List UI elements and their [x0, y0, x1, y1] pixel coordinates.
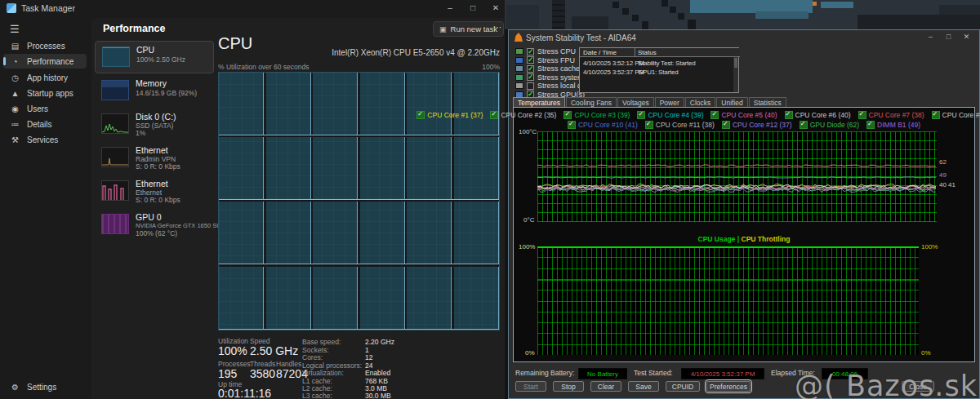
legend-item[interactable]: CPU Core #3 (39): [564, 111, 630, 119]
perf-item-memory[interactable]: Memory 14.6/15.9 GB (92%): [95, 75, 212, 106]
sidebar-item-startup-apps[interactable]: ▲Startup apps: [3, 86, 87, 100]
sidebar-item-app-history[interactable]: ◷App history: [3, 70, 87, 85]
save-button[interactable]: Save: [628, 381, 659, 392]
legend-label: CPU Core #12 (37): [733, 121, 792, 129]
minimize-button[interactable]: –: [439, 0, 461, 16]
legend-label: CPU Core #4 (39): [648, 111, 703, 119]
sidebar-item-performance[interactable]: ◔Performance: [3, 54, 87, 69]
tab-voltages[interactable]: Voltages: [617, 97, 654, 107]
legend-label: CPU Core #10 (41): [578, 121, 638, 129]
cpu-mini-graph: [102, 47, 130, 67]
clear-button[interactable]: Clear: [590, 381, 621, 392]
tab-cooling-fans[interactable]: Cooling Fans: [566, 97, 617, 107]
legend-checkbox[interactable]: [416, 111, 425, 119]
log-header-datetime[interactable]: Date / Time: [580, 48, 635, 57]
temp-axis-max: 100°C: [519, 128, 537, 135]
sidebar-item-details[interactable]: ≔Details: [3, 117, 87, 131]
cpu-chip-name: Intel(R) Xeon(R) CPU E5-2650 v4 @ 2.20GH…: [218, 48, 500, 57]
minecraft-background: [505, 0, 980, 29]
temp-value-label: 40 41: [939, 181, 956, 188]
tab-clocks[interactable]: Clocks: [685, 97, 716, 107]
maximize-button[interactable]: □: [942, 32, 956, 42]
temp-value-label: 62: [939, 158, 947, 166]
tab-temperatures[interactable]: Temperatures: [513, 97, 565, 107]
legend-item[interactable]: CPU Core #1 (37): [416, 111, 483, 119]
legend-checkbox[interactable]: [568, 121, 576, 129]
legend-checkbox[interactable]: [785, 111, 793, 119]
perf-item-title: Ethernet: [136, 179, 168, 188]
legend-checkbox[interactable]: [858, 111, 866, 119]
perf-item-gpu0[interactable]: GPU 0 NVIDIA GeForce GTX 1650 SUPER 100%…: [95, 209, 212, 240]
sidebar-item-services[interactable]: ⚒Services: [3, 132, 87, 147]
cpuid-button[interactable]: CPUID: [666, 381, 700, 392]
legend-item[interactable]: CPU Core #10 (41): [568, 121, 638, 129]
legend-item[interactable]: CPU Core #7 (38): [858, 111, 924, 119]
start-button[interactable]: Start: [515, 381, 546, 392]
legend-checkbox[interactable]: [564, 111, 572, 119]
log-header-status[interactable]: Status: [635, 48, 740, 57]
detail-label: Cores:: [302, 353, 323, 361]
legend-item[interactable]: CPU Core #2 (35): [490, 111, 556, 119]
legend-label: CPU Core #8 (37): [942, 111, 980, 119]
close-icon[interactable]: ✕: [960, 32, 973, 42]
app-history-icon: ◷: [11, 73, 20, 82]
legend-checkbox[interactable]: [490, 111, 498, 119]
legend-item[interactable]: DIMM B1 (49): [866, 121, 920, 129]
stress-checkbox[interactable]: [527, 56, 534, 64]
sidebar-item-label: Users: [27, 104, 48, 113]
tab-power[interactable]: Power: [655, 97, 684, 107]
legend-checkbox[interactable]: [800, 121, 808, 129]
legend-checkbox[interactable]: [866, 121, 875, 129]
sidebar-item-processes[interactable]: ▤Processes: [3, 38, 87, 53]
legend-item[interactable]: CPU Core #4 (39): [637, 111, 703, 119]
legend-checkbox[interactable]: [645, 121, 653, 129]
perf-item-disk0[interactable]: Disk 0 (C:) SSD (SATA) 1%: [95, 109, 212, 140]
legend-label: CPU Core #6 (40): [795, 111, 851, 119]
perf-item-ethernet-2[interactable]: Ethernet Ethernet S: 0 R: 0 Kbps: [95, 175, 212, 206]
legend-checkbox[interactable]: [932, 111, 940, 119]
maximize-button[interactable]: □: [462, 0, 483, 16]
stress-option-label: Stress CPU: [537, 47, 576, 55]
legend-item[interactable]: CPU Core #6 (40): [785, 111, 851, 119]
detail-label: Logical processors:: [302, 361, 362, 370]
stress-option-fpu[interactable]: Stress FPU: [515, 56, 575, 64]
graph-max-label: 100%: [218, 63, 500, 71]
legend-item[interactable]: CPU Core #5 (40): [710, 111, 777, 119]
legend-checkbox[interactable]: [722, 121, 730, 129]
stress-checkbox[interactable]: [527, 82, 534, 90]
tab-bar: Temperatures Cooling Fans Voltages Power…: [513, 97, 786, 107]
close-button[interactable]: ✕: [485, 0, 506, 16]
preferences-button[interactable]: Preferences: [706, 381, 751, 392]
stress-option-cache[interactable]: Stress cache: [515, 64, 580, 73]
legend-item[interactable]: GPU Diode (62): [800, 121, 859, 129]
sidebar-item-users[interactable]: ◉Users: [3, 101, 87, 116]
stat-value: 195: [218, 367, 237, 380]
stress-checkbox[interactable]: [527, 73, 534, 81]
legend-item[interactable]: CPU Core #12 (37): [722, 121, 792, 129]
tab-statistics[interactable]: Statistics: [749, 97, 786, 107]
tab-unified[interactable]: Unified: [716, 97, 747, 107]
minimize-button[interactable]: –: [924, 32, 938, 42]
legend-item[interactable]: CPU Core #8 (37): [932, 111, 980, 119]
detail-label: Base speed:: [302, 338, 341, 346]
legend-item[interactable]: CPU Core #11 (38): [645, 121, 715, 129]
perf-item-sub: 1%: [136, 129, 145, 137]
perf-item-title: Memory: [136, 78, 167, 88]
stress-checkbox[interactable]: [527, 65, 534, 73]
log-scrollbar[interactable]: [733, 57, 738, 92]
log-row-time: 4/10/2025 3:52:37 PM: [583, 69, 644, 76]
perf-item-cpu[interactable]: CPU 100% 2.50 GHz: [95, 41, 214, 73]
more-options-button[interactable]: ···: [492, 21, 503, 35]
sidebar-item-settings[interactable]: ⚙Settings: [3, 379, 87, 394]
legend-checkbox[interactable]: [710, 111, 719, 119]
services-icon: ⚒: [11, 135, 20, 144]
temp-axis-min: 0°C: [523, 216, 534, 224]
stop-button[interactable]: Stop: [553, 381, 584, 392]
hamburger-icon[interactable]: ☰: [10, 23, 20, 35]
perf-item-ethernet-1[interactable]: Ethernet Radmin VPN S: 0 R: 0 Kbps: [95, 142, 212, 173]
stress-option-cpu[interactable]: Stress CPU: [515, 47, 576, 55]
disk-mini-graph: [101, 113, 129, 134]
usage-axis-right-max: 100%: [921, 243, 938, 250]
legend-checkbox[interactable]: [637, 111, 645, 119]
stress-checkbox[interactable]: [527, 48, 534, 55]
